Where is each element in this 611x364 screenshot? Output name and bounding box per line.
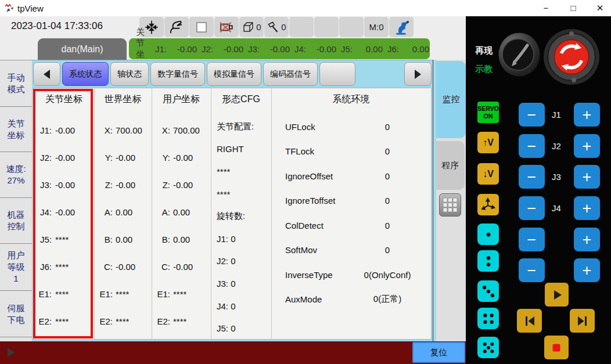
step-back-button[interactable]	[517, 309, 542, 333]
tool-number-value: 0	[256, 22, 261, 32]
robot-arm-icon	[393, 19, 410, 36]
axis-value: 0.00	[173, 235, 190, 244]
servo-off-button[interactable]	[214, 17, 239, 37]
env-value: 0	[344, 171, 431, 181]
step-5-button[interactable]	[477, 337, 499, 358]
jog-j1-minus-button[interactable]: −	[519, 103, 545, 127]
tab-program[interactable]: 程序	[436, 141, 465, 190]
tabs-prev-button[interactable]	[33, 62, 60, 86]
jog-j5-plus-button[interactable]: +	[574, 228, 600, 251]
cfg-line: RIGHT	[211, 138, 271, 161]
cfg-title: 形态CFG	[211, 93, 271, 106]
system-status-content: 关节坐标 J1:-0.00 J2:-0.00 J3:-0.00 J4:-0.00…	[33, 88, 432, 340]
monitor-tab-strip: 系统状态 轴状态 数字量信号 模拟量信号 编码器信号	[33, 62, 432, 88]
env-key: TFLock	[271, 146, 344, 156]
tab-analog-signals[interactable]: 模拟量信号	[207, 62, 261, 86]
axis-label: A:	[153, 207, 170, 217]
env-key: UFLock	[271, 122, 344, 132]
jog-j1-plus-button[interactable]: +	[574, 103, 600, 127]
jog-j6-minus-button[interactable]: −	[519, 258, 545, 282]
jog-j3-plus-button[interactable]: +	[574, 165, 600, 189]
jog-j4-minus-button[interactable]: −	[519, 196, 545, 220]
cfg-line: 关节配置:	[211, 116, 271, 138]
tabs-next-button[interactable]	[404, 62, 432, 86]
square-indicator-button[interactable]	[189, 17, 214, 37]
jog-j5-minus-button[interactable]: −	[519, 228, 545, 251]
hand-mode-button[interactable]	[164, 17, 189, 37]
work-number-button[interactable]: 0	[264, 17, 289, 37]
sidebar-item-manual-mode[interactable]: 手动 模式	[0, 60, 32, 107]
mode-m-value: M:0	[369, 22, 383, 32]
tab-empty[interactable]	[319, 62, 355, 86]
mode-m-button[interactable]: M:0	[364, 17, 389, 37]
axis-value: ****	[55, 289, 69, 299]
servo-on-button[interactable]: SERVO ON	[477, 102, 499, 123]
program-tab[interactable]: dan(Main)	[38, 38, 127, 60]
tab-axis-status[interactable]: 轴状态	[110, 62, 149, 86]
toolbar-empty-button-1[interactable]	[289, 17, 314, 37]
speed-down-button[interactable]: ↓V	[477, 163, 499, 185]
axis-value: 700.00	[173, 125, 200, 135]
axis-value: 0.00	[116, 207, 132, 217]
status-joint-name: J5:	[341, 44, 356, 54]
jog-j2-minus-button[interactable]: −	[519, 134, 545, 158]
sidebar-item-servo-power[interactable]: 伺服 下电	[0, 291, 32, 337]
sidebar-item-speed[interactable]: 速度: 27%	[0, 152, 32, 198]
status-joint-name: J4:	[294, 44, 310, 54]
env-key: IgnoreToffset	[271, 196, 344, 206]
axis-label: B:	[95, 235, 113, 244]
emergency-stop-button[interactable]	[542, 27, 601, 87]
skip-back-icon	[523, 314, 537, 328]
toolbar: 2023-01-04 17:33:06	[0, 16, 466, 38]
hammer-icon	[267, 20, 281, 34]
env-value: 0	[344, 122, 431, 132]
toolbar-empty-button-2[interactable]	[314, 17, 339, 37]
message-expand-icon[interactable]	[8, 348, 15, 357]
step-1-button[interactable]	[477, 224, 499, 245]
env-key: InverseType	[271, 270, 344, 280]
speed-up-button[interactable]: ↑V	[477, 132, 499, 153]
cfg-line: J3: 0	[211, 272, 271, 295]
axis-label: Z:	[95, 180, 113, 190]
tab-digital-signals[interactable]: 数字量信号	[150, 62, 205, 86]
left-arrow-icon	[44, 70, 50, 79]
tab-system-status[interactable]: 系统状态	[62, 62, 109, 86]
joint-coord-title: 关节坐标	[34, 93, 94, 106]
env-column: 系统环境 UFLock0 TFLock0 IgnoreOffset0 Ignor…	[271, 88, 431, 340]
jog-j6-plus-button[interactable]: +	[574, 258, 600, 282]
minimize-button[interactable]: −	[537, 2, 555, 15]
reset-button[interactable]: 复位	[412, 342, 465, 363]
axis-label: J5:	[37, 235, 52, 244]
maximize-button[interactable]: □	[565, 2, 582, 15]
jog-j2-plus-button[interactable]: +	[574, 134, 600, 158]
cfg-line: J4: 0	[211, 295, 271, 318]
mode-selector-knob[interactable]	[497, 32, 542, 77]
tool-number-button[interactable]: 0	[239, 17, 264, 37]
axis-label: X:	[153, 125, 170, 135]
square-icon	[194, 20, 209, 35]
step-4-button[interactable]	[477, 308, 499, 329]
axis-value: 0.00	[116, 235, 132, 244]
right-tab-strip: 监控 程序	[433, 60, 466, 341]
step-3-button[interactable]	[477, 280, 499, 302]
step-forward-button[interactable]	[570, 309, 595, 333]
toolbar-empty-button-3[interactable]	[339, 17, 364, 37]
jog-j4-plus-button[interactable]: +	[574, 196, 600, 220]
coord-system-button[interactable]	[477, 194, 499, 215]
sidebar-item-user-level[interactable]: 用户 等级 1	[0, 244, 32, 291]
axis-label: J1:	[37, 125, 52, 135]
stop-button[interactable]	[544, 336, 569, 359]
sidebar-item-machine-control[interactable]: 机器 控制	[0, 198, 32, 244]
axis-value: ****	[116, 316, 129, 326]
user-coord-column: 用户坐标 X:700.00 Y:-0.00 Z:-0.00 A:0.00 B:0…	[152, 88, 211, 340]
message-bar: 复位	[0, 341, 466, 364]
step-2-button[interactable]	[477, 250, 499, 272]
keypad-button[interactable]	[439, 193, 461, 217]
robot-button[interactable]	[389, 17, 414, 37]
close-button[interactable]: ✕	[591, 2, 609, 15]
sidebar-item-joint-coord[interactable]: 关节 坐标	[0, 107, 32, 152]
tab-encoder-signals[interactable]: 编码器信号	[263, 62, 318, 86]
jog-j3-minus-button[interactable]: −	[519, 165, 545, 189]
play-button[interactable]	[545, 283, 569, 307]
tab-monitor[interactable]: 监控	[436, 61, 466, 138]
